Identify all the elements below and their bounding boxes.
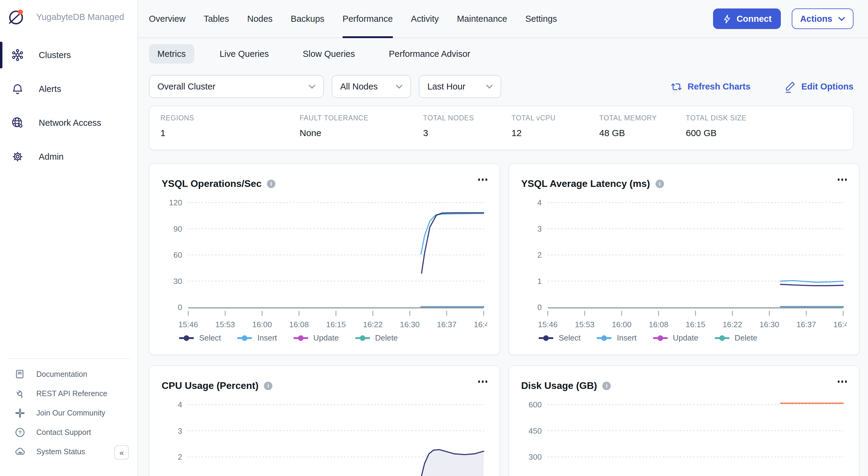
gear-icon bbox=[11, 150, 24, 163]
legend-marker-icon bbox=[652, 334, 668, 341]
legend-label: Update bbox=[313, 333, 339, 342]
stat-value: 600 GB bbox=[686, 128, 747, 138]
legend-label: Insert bbox=[257, 333, 277, 342]
svg-text:16:08: 16:08 bbox=[289, 320, 309, 329]
lightning-icon bbox=[722, 13, 732, 24]
sidebar-item-documentation[interactable]: Documentation bbox=[0, 365, 137, 384]
legend-marker-icon bbox=[538, 334, 554, 341]
svg-text:15:53: 15:53 bbox=[215, 320, 235, 329]
legend-item-select[interactable]: Select bbox=[179, 333, 221, 342]
info-icon[interactable] bbox=[655, 180, 664, 188]
chart-header: Disk Usage (GB) bbox=[521, 366, 847, 396]
tab-settings[interactable]: Settings bbox=[525, 0, 557, 37]
svg-text:120: 120 bbox=[169, 198, 182, 207]
svg-text:15:46: 15:46 bbox=[538, 320, 557, 329]
legend-item-update[interactable]: Update bbox=[652, 333, 698, 342]
chevron-down-icon bbox=[838, 16, 845, 21]
legend-item-delete[interactable]: Delete bbox=[354, 333, 398, 342]
sidebar-collapse-button[interactable]: « bbox=[115, 445, 129, 460]
tab-nodes[interactable]: Nodes bbox=[247, 0, 273, 37]
stat-total-memory: TOTAL MEMORY 48 GB bbox=[599, 114, 657, 138]
sidebar-item-rest-api[interactable]: REST API Reference bbox=[0, 384, 137, 403]
utility-item-label: Contact Support bbox=[36, 428, 91, 437]
actions-button[interactable]: Actions bbox=[792, 8, 854, 29]
nodes-select[interactable]: All Nodes bbox=[332, 75, 411, 98]
stat-total-nodes: TOTAL NODES 3 bbox=[423, 114, 474, 138]
tab-performance[interactable]: Performance bbox=[343, 0, 393, 37]
svg-text:16:15: 16:15 bbox=[326, 320, 346, 329]
refresh-charts-link[interactable]: Refresh Charts bbox=[671, 80, 751, 93]
chart-title: YSQL Average Latency (ms) bbox=[521, 178, 650, 189]
legend-item-select[interactable]: Select bbox=[538, 333, 581, 342]
connect-label: Connect bbox=[737, 14, 772, 24]
stat-label: TOTAL NODES bbox=[423, 114, 474, 122]
documentation-icon bbox=[14, 369, 25, 380]
edit-options-label: Edit Options bbox=[801, 82, 854, 91]
cluster-stats-bar: REGIONS 1 FAULT TOLERANCE None TOTAL NOD… bbox=[149, 106, 854, 150]
cpu-usage-chart: 4321015:4615:5316:0016:0816:1516:2216:30… bbox=[162, 396, 487, 476]
actions-label: Actions bbox=[800, 14, 832, 24]
chart-header: YSQL Average Latency (ms) bbox=[521, 164, 847, 194]
utility-item-label: REST API Reference bbox=[36, 389, 107, 398]
brand-name: YugabyteDB Managed bbox=[36, 12, 124, 22]
stage: YugabyteDB Managed Clusters Alerts bbox=[0, 0, 868, 476]
svg-text:16:22: 16:22 bbox=[722, 320, 742, 329]
time-range-value: Last Hour bbox=[427, 82, 465, 91]
legend-marker-icon bbox=[354, 334, 370, 341]
utility-item-label: Join Our Community bbox=[36, 409, 105, 417]
stat-label: TOTAL vCPU bbox=[512, 114, 556, 122]
chart-title: CPU Usage (Percent) bbox=[162, 380, 258, 391]
sidebar-item-admin[interactable]: Admin bbox=[0, 142, 137, 171]
subtab-slow-queries[interactable]: Slow Queries bbox=[294, 44, 363, 64]
svg-text:450: 450 bbox=[529, 427, 542, 436]
legend-item-update[interactable]: Update bbox=[293, 333, 339, 342]
sidebar: YugabyteDB Managed Clusters Alerts bbox=[0, 0, 138, 476]
legend-label: Update bbox=[673, 333, 698, 342]
chart-menu-button[interactable] bbox=[837, 380, 847, 382]
legend-item-delete[interactable]: Delete bbox=[714, 333, 757, 342]
yugabyte-logo-icon bbox=[7, 8, 25, 26]
sidebar-item-community[interactable]: Join Our Community bbox=[0, 403, 137, 423]
svg-text:3: 3 bbox=[537, 225, 542, 234]
utility-item-label: System Status bbox=[36, 448, 85, 456]
legend-marker-icon bbox=[179, 334, 194, 341]
svg-text:0: 0 bbox=[537, 303, 542, 312]
connect-button[interactable]: Connect bbox=[713, 8, 781, 29]
time-range-select[interactable]: Last Hour bbox=[419, 75, 501, 98]
sidebar-item-alerts[interactable]: Alerts bbox=[0, 74, 137, 103]
chart-card-disk-usage: Disk Usage (GB) 600450300150015:4615:531… bbox=[508, 365, 860, 476]
tab-maintenance[interactable]: Maintenance bbox=[457, 0, 507, 37]
utility-item-label: Documentation bbox=[36, 370, 87, 379]
subtab-metrics[interactable]: Metrics bbox=[149, 44, 194, 64]
subtab-performance-advisor[interactable]: Performance Advisor bbox=[380, 44, 479, 64]
performance-subtabs: Metrics Live Queries Slow Queries Perfor… bbox=[149, 44, 868, 64]
support-icon: ? bbox=[14, 427, 25, 438]
system-status-icon bbox=[14, 446, 25, 457]
sidebar-item-label: Admin bbox=[39, 152, 64, 162]
info-icon[interactable] bbox=[264, 382, 272, 390]
chart-menu-button[interactable] bbox=[478, 178, 487, 180]
chart-menu-button[interactable] bbox=[478, 380, 487, 382]
chart-legend: SelectInsertUpdateDelete bbox=[162, 333, 487, 342]
stat-total-disk-size: TOTAL DISK SIZE 600 GB bbox=[686, 114, 747, 138]
legend-item-insert[interactable]: Insert bbox=[596, 333, 637, 342]
svg-text:16:22: 16:22 bbox=[363, 320, 382, 329]
chart-title: Disk Usage (GB) bbox=[521, 380, 597, 391]
stat-label: FAULT TOLERANCE bbox=[300, 114, 369, 122]
tab-backups[interactable]: Backups bbox=[291, 0, 324, 37]
tab-tables[interactable]: Tables bbox=[204, 0, 229, 37]
svg-text:4: 4 bbox=[537, 198, 542, 207]
cluster-select[interactable]: Overall Cluster bbox=[149, 75, 324, 98]
sidebar-item-clusters[interactable]: Clusters bbox=[0, 40, 137, 70]
brand: YugabyteDB Managed bbox=[0, 0, 137, 30]
tab-overview[interactable]: Overview bbox=[149, 0, 186, 37]
legend-item-insert[interactable]: Insert bbox=[237, 333, 277, 342]
edit-options-link[interactable]: Edit Options bbox=[784, 80, 854, 93]
subtab-live-queries[interactable]: Live Queries bbox=[211, 44, 277, 64]
sidebar-item-network-access[interactable]: Network Access bbox=[0, 108, 137, 137]
info-icon[interactable] bbox=[267, 180, 275, 188]
tab-activity[interactable]: Activity bbox=[411, 0, 439, 37]
info-icon[interactable] bbox=[602, 382, 611, 390]
chart-menu-button[interactable] bbox=[837, 178, 847, 180]
sidebar-item-contact-support[interactable]: ? Contact Support bbox=[0, 423, 137, 442]
